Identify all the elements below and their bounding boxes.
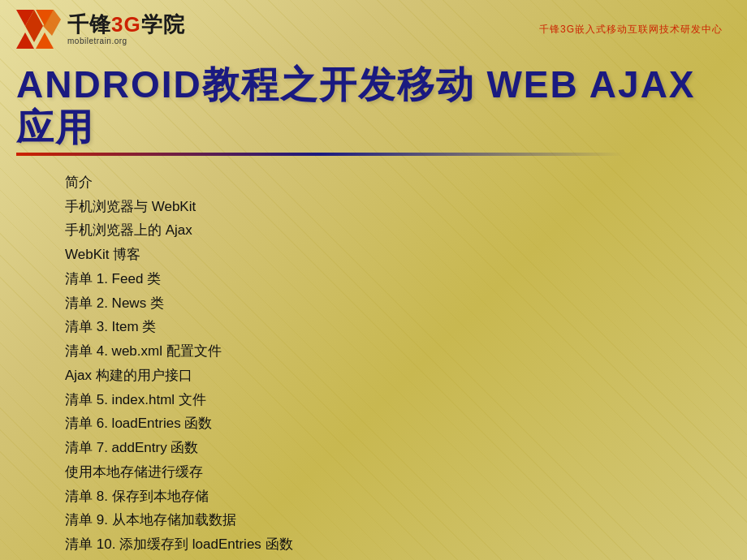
toc-item-12: 清单 7. addEntry 函数 (65, 436, 715, 460)
toc-list: 简介手机浏览器与 WebKit手机浏览器上的 AjaxWebKit 博客清单 1… (65, 170, 715, 557)
header: 千锋3G学院 mobiletrain.org 千锋3G嵌入式移动互联网技术研发中… (0, 0, 747, 55)
header-tagline: 千锋3G嵌入式移动互联网技术研发中心 (539, 23, 723, 37)
svg-marker-3 (36, 32, 54, 49)
toc-item-3: 手机浏览器上的 Ajax (65, 218, 715, 243)
toc-item-5: 清单 1. Feed 类 (65, 267, 715, 291)
logo-school: 学院 (141, 12, 185, 37)
toc-item-7: 清单 3. Item 类 (65, 315, 715, 339)
toc-item-15: 清单 9. 从本地存储加载数据 (65, 508, 715, 532)
main-title-area: ANDROID教程之开发移动 WEB AJAX 应用 (0, 55, 747, 156)
toc-item-16: 清单 10. 添加缓存到 loadEntries 函数 (65, 532, 715, 557)
toc-item-10: 清单 5. index.html 文件 (65, 388, 715, 412)
logo-text-group: 千锋3G学院 mobiletrain.org (67, 14, 185, 45)
content-area: 简介手机浏览器与 WebKit手机浏览器上的 AjaxWebKit 博客清单 1… (0, 156, 747, 560)
logo-3g: 3G (111, 12, 141, 37)
logo-area: 千锋3G学院 mobiletrain.org (16, 10, 185, 49)
toc-item-14: 清单 8. 保存到本地存储 (65, 485, 715, 509)
toc-item-9: Ajax 构建的用户接口 (65, 364, 715, 388)
main-title-line2: 应用 (16, 106, 731, 149)
toc-item-4: WebKit 博客 (65, 243, 715, 267)
toc-item-8: 清单 4. web.xml 配置文件 (65, 339, 715, 364)
logo-icon (16, 10, 61, 49)
toc-item-13: 使用本地存储进行缓存 (65, 460, 715, 485)
toc-item-2: 手机浏览器与 WebKit (65, 195, 715, 219)
main-title-line1: ANDROID教程之开发移动 WEB AJAX (16, 63, 731, 106)
logo-sub: mobiletrain.org (67, 37, 185, 45)
main-title: ANDROID教程之开发移动 WEB AJAX 应用 (16, 63, 731, 149)
logo-qianfeng: 千锋 (67, 12, 111, 37)
toc-item-1: 简介 (65, 170, 715, 195)
toc-item-11: 清单 6. loadEntries 函数 (65, 411, 715, 436)
toc-item-6: 清单 2. News 类 (65, 291, 715, 316)
logo-main-text: 千锋3G学院 (67, 14, 185, 35)
slide: 千锋3G学院 mobiletrain.org 千锋3G嵌入式移动互联网技术研发中… (0, 0, 747, 560)
